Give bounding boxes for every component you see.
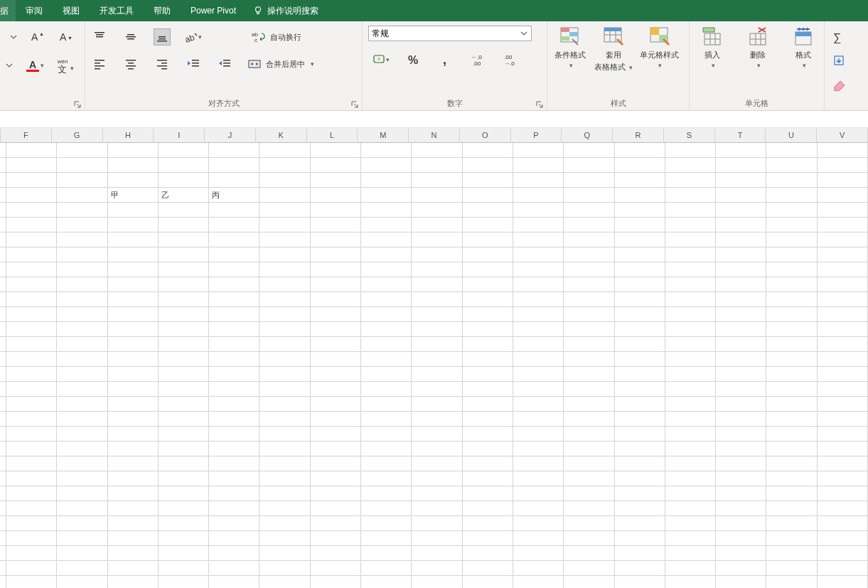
cell-U1[interactable]: [766, 143, 817, 158]
cell-K22[interactable]: [259, 456, 310, 471]
cell-P19[interactable]: [513, 412, 564, 427]
cell-U11[interactable]: [766, 292, 817, 307]
cell-N10[interactable]: [412, 277, 462, 292]
cell-Q14[interactable]: [564, 337, 614, 352]
cell-T30[interactable]: [716, 576, 766, 588]
cell-K2[interactable]: [259, 158, 310, 173]
cell-K20[interactable]: [259, 427, 310, 442]
cell-J27[interactable]: [209, 531, 259, 546]
cell-N6[interactable]: [412, 218, 462, 232]
cell-M16[interactable]: [361, 367, 412, 382]
cell[interactable]: [0, 337, 6, 352]
cell-T3[interactable]: [716, 173, 766, 188]
cell-U23[interactable]: [766, 471, 817, 486]
cell-T2[interactable]: [716, 158, 766, 173]
cell-P20[interactable]: [513, 427, 564, 442]
column-header-G[interactable]: G: [52, 128, 103, 143]
cell-N3[interactable]: [412, 173, 462, 188]
cell[interactable]: [0, 486, 6, 501]
cell-G25[interactable]: [57, 501, 107, 516]
cell-G16[interactable]: [57, 367, 107, 382]
cell-H14[interactable]: [108, 337, 159, 352]
cell-T26[interactable]: [716, 516, 766, 531]
cell-K16[interactable]: [259, 367, 310, 382]
cell-L4[interactable]: [311, 188, 361, 203]
cell-T27[interactable]: [716, 531, 766, 546]
cell-G23[interactable]: [57, 471, 107, 486]
cell-I14[interactable]: [159, 337, 209, 352]
cell-M10[interactable]: [361, 277, 412, 292]
cell-R6[interactable]: [615, 218, 665, 232]
cell-O18[interactable]: [463, 397, 513, 412]
cell-M1[interactable]: [361, 143, 412, 158]
cell[interactable]: [0, 546, 6, 561]
cell-L16[interactable]: [311, 367, 361, 382]
cell-M5[interactable]: [361, 203, 412, 218]
cell-T5[interactable]: [716, 203, 766, 218]
cell-R21[interactable]: [615, 442, 665, 456]
cell-T7[interactable]: [716, 232, 766, 247]
cell-Q9[interactable]: [564, 262, 614, 277]
cell-U25[interactable]: [766, 501, 817, 516]
cell-S25[interactable]: [665, 501, 716, 516]
column-header-K[interactable]: K: [256, 128, 307, 143]
column-header-F[interactable]: F: [1, 128, 52, 143]
cell-L2[interactable]: [311, 158, 361, 173]
cell-T9[interactable]: [716, 262, 766, 277]
cell-Q12[interactable]: [564, 307, 614, 322]
cell-N8[interactable]: [412, 247, 462, 262]
cell-L10[interactable]: [311, 277, 361, 292]
cell-H11[interactable]: [108, 292, 159, 307]
cell-F22[interactable]: [6, 456, 57, 471]
fill-down[interactable]: [830, 53, 847, 70]
cell-N9[interactable]: [412, 262, 462, 277]
cell-V7[interactable]: [818, 232, 868, 247]
cell-I1[interactable]: [159, 143, 209, 158]
cell-M12[interactable]: [361, 307, 412, 322]
cell-J23[interactable]: [209, 471, 259, 486]
cell-J30[interactable]: [209, 576, 259, 588]
cell-V26[interactable]: [818, 516, 868, 531]
cell-T6[interactable]: [716, 218, 766, 232]
cell[interactable]: [0, 203, 6, 218]
cell-N19[interactable]: [412, 412, 462, 427]
cell-H24[interactable]: [108, 486, 159, 501]
cell-N27[interactable]: [412, 531, 462, 546]
cell-V23[interactable]: [818, 471, 868, 486]
cell-U7[interactable]: [766, 232, 817, 247]
cell-N2[interactable]: [412, 158, 462, 173]
cell-U18[interactable]: [766, 397, 817, 412]
cell-G28[interactable]: [57, 546, 107, 561]
cell-S5[interactable]: [665, 203, 716, 218]
cell-G13[interactable]: [57, 322, 107, 337]
cell-T18[interactable]: [716, 397, 766, 412]
cell-R28[interactable]: [615, 546, 665, 561]
cell-S11[interactable]: [665, 292, 716, 307]
cell-T4[interactable]: [716, 188, 766, 203]
column-header-N[interactable]: N: [409, 128, 460, 143]
cell-L27[interactable]: [311, 531, 361, 546]
cell-U17[interactable]: [766, 382, 817, 397]
cell-K12[interactable]: [259, 307, 310, 322]
merge-center[interactable]: 合并后居中 ▾: [247, 58, 314, 70]
column-header-H[interactable]: H: [103, 128, 154, 143]
cell[interactable]: [0, 247, 6, 262]
cell-J1[interactable]: [209, 143, 259, 158]
cell-S12[interactable]: [665, 307, 716, 322]
cell-J25[interactable]: [209, 501, 259, 516]
cell-I23[interactable]: [159, 471, 209, 486]
cell-P7[interactable]: [513, 232, 564, 247]
cell-U21[interactable]: [766, 442, 817, 456]
cell-J10[interactable]: [209, 277, 259, 292]
cell-M29[interactable]: [361, 561, 412, 576]
cell-F10[interactable]: [6, 277, 57, 292]
cell-Q21[interactable]: [564, 442, 614, 456]
cell-G17[interactable]: [57, 382, 107, 397]
cell-H6[interactable]: [108, 218, 159, 232]
cell-H16[interactable]: [108, 367, 159, 382]
cell-K14[interactable]: [259, 337, 310, 352]
cell-Q6[interactable]: [564, 218, 614, 232]
cell-M11[interactable]: [361, 292, 412, 307]
cell-L17[interactable]: [311, 382, 361, 397]
cell[interactable]: [0, 292, 6, 307]
